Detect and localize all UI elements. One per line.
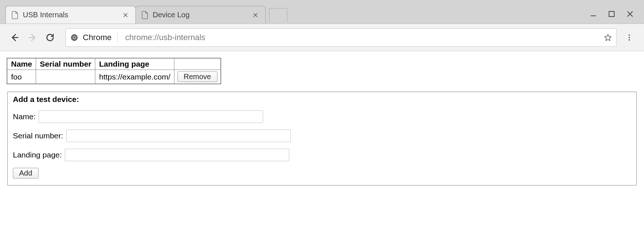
col-name: Name — [7, 58, 36, 70]
landing-label: Landing page: — [13, 151, 62, 159]
col-action — [174, 58, 221, 70]
svg-rect-0 — [609, 11, 614, 17]
add-device-section: Add a test device: Name: Serial number: … — [7, 92, 637, 185]
name-input[interactable] — [39, 110, 263, 123]
document-icon — [142, 11, 148, 19]
remove-button[interactable]: Remove — [177, 71, 217, 82]
close-icon[interactable] — [121, 12, 130, 18]
close-icon[interactable] — [251, 12, 259, 18]
tab-device-log[interactable]: Device Log — [135, 6, 266, 24]
close-window-icon[interactable] — [626, 10, 634, 18]
bookmark-star-icon[interactable] — [602, 31, 614, 44]
browser-menu-icon[interactable] — [621, 29, 637, 46]
serial-input[interactable] — [66, 130, 291, 142]
reload-button[interactable] — [42, 29, 58, 46]
serial-label: Serial number: — [13, 131, 63, 140]
section-title: Add a test device: — [13, 95, 631, 104]
field-row-landing: Landing page: — [13, 149, 631, 161]
landing-input[interactable] — [65, 149, 289, 161]
minimize-icon[interactable] — [590, 10, 597, 18]
svg-point-4 — [629, 34, 630, 36]
field-row-serial: Serial number: — [13, 130, 631, 142]
col-serial: Serial number — [36, 58, 95, 70]
chrome-icon — [70, 33, 78, 42]
page-content: Name Serial number Landing page foo http… — [0, 51, 644, 192]
document-icon — [12, 11, 18, 19]
new-tab-button[interactable] — [269, 8, 287, 22]
origin-label: Chrome — [83, 33, 112, 42]
maximize-icon[interactable] — [608, 10, 615, 18]
col-landing: Landing page — [95, 58, 174, 70]
browser-toolbar: Chrome chrome://usb-internals — [0, 24, 644, 51]
add-button[interactable]: Add — [13, 168, 39, 178]
svg-point-5 — [629, 37, 630, 38]
forward-button[interactable] — [24, 29, 40, 46]
tab-usb-internals[interactable]: USB Internals — [6, 6, 136, 24]
tab-title: USB Internals — [23, 11, 117, 19]
cell-serial — [36, 70, 95, 84]
name-label: Name: — [13, 112, 36, 121]
table-row: foo https://example.com/ Remove — [7, 70, 221, 84]
cell-landing: https://example.com/ — [95, 70, 174, 84]
svg-point-6 — [629, 39, 630, 40]
table-header-row: Name Serial number Landing page — [7, 58, 221, 70]
url-path: chrome://usb-internals — [125, 33, 597, 42]
back-button[interactable] — [7, 29, 23, 46]
omnibox-separator — [117, 33, 118, 42]
field-row-name: Name: — [13, 110, 631, 123]
cell-action: Remove — [174, 70, 221, 84]
address-bar[interactable]: Chrome chrome://usb-internals — [66, 28, 617, 47]
devices-table: Name Serial number Landing page foo http… — [7, 58, 221, 84]
window-controls — [590, 10, 644, 24]
tab-strip: USB Internals Device Log — [0, 0, 644, 24]
tab-title: Device Log — [153, 11, 247, 19]
tabs-row: USB Internals Device Log — [0, 6, 590, 24]
svg-point-3 — [73, 36, 75, 39]
cell-name: foo — [7, 70, 36, 84]
